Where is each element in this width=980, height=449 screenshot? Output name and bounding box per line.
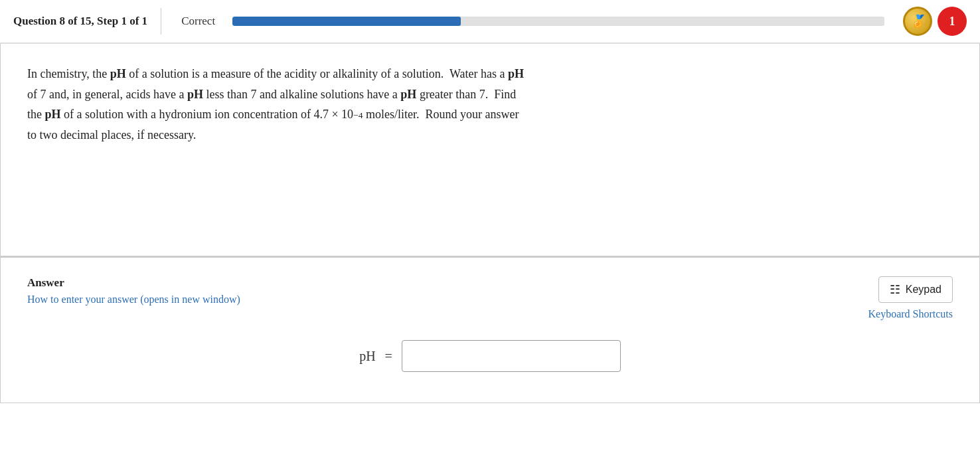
badge-coin: 🏅 bbox=[903, 7, 932, 36]
input-area: pH = bbox=[27, 340, 953, 372]
question-label: Question 8 of 15, Step 1 of 1 bbox=[13, 15, 147, 28]
math-coefficient: 4.7 × 10 bbox=[313, 104, 353, 125]
answer-left: Answer How to enter your answer (opens i… bbox=[27, 276, 240, 306]
answer-input[interactable] bbox=[402, 340, 621, 372]
coin-symbol: 🏅 bbox=[910, 14, 925, 29]
q-text-p2b: less than 7 and alkaline solutions have … bbox=[203, 88, 400, 101]
q-text-p3c: moles/liter. Round your answer bbox=[363, 108, 519, 121]
answer-right: ☷ Keypad Keyboard Shortcuts bbox=[868, 276, 953, 320]
q-text-p1a: In chemistry, the bbox=[27, 67, 110, 80]
question-section: In chemistry, the pH of a solution is a … bbox=[0, 44, 980, 256]
page-wrapper: Question 8 of 15, Step 1 of 1 Correct 🏅 … bbox=[0, 0, 980, 449]
heart-count: 1 bbox=[949, 15, 955, 29]
correct-label: Correct bbox=[175, 15, 222, 28]
q-ph-bold-1: pH bbox=[110, 67, 126, 80]
q-ph-bold-4: pH bbox=[400, 88, 416, 101]
answer-header: Answer How to enter your answer (opens i… bbox=[27, 276, 953, 320]
q-text-p4: to two decimal places, if necessary. bbox=[27, 128, 196, 141]
q-text-p1b: of a solution is a measure of the acidit… bbox=[126, 67, 508, 80]
q-text-p3b: of a solution with a hydronium ion conce… bbox=[61, 108, 314, 121]
equals-sign: = bbox=[385, 349, 392, 364]
header-divider bbox=[161, 8, 161, 35]
q-ph-bold-3: pH bbox=[187, 88, 203, 101]
answer-section: Answer How to enter your answer (opens i… bbox=[0, 257, 980, 403]
how-to-enter-link[interactable]: How to enter your answer (opens in new w… bbox=[27, 294, 240, 306]
math-exponent: −4 bbox=[353, 108, 363, 124]
keypad-label: Keypad bbox=[906, 284, 941, 296]
ph-input-label: pH bbox=[359, 349, 375, 364]
progress-bar-fill bbox=[232, 17, 461, 26]
keypad-icon: ☷ bbox=[890, 282, 900, 297]
q-text-p3a: the bbox=[27, 108, 45, 121]
question-text: In chemistry, the pH of a solution is a … bbox=[27, 64, 943, 145]
q-ph-bold-5: pH bbox=[45, 108, 61, 121]
q-text-p2a: of 7 and, in general, acids have a bbox=[27, 88, 187, 101]
keyboard-shortcuts-link[interactable]: Keyboard Shortcuts bbox=[868, 308, 953, 320]
keypad-button[interactable]: ☷ Keypad bbox=[878, 276, 953, 303]
q-text-p2c: greater than 7. Find bbox=[416, 88, 516, 101]
q-ph-bold-2: pH bbox=[508, 67, 524, 80]
badge-heart: 1 bbox=[938, 7, 967, 36]
header-bar: Question 8 of 15, Step 1 of 1 Correct 🏅 … bbox=[0, 0, 980, 44]
answer-title: Answer bbox=[27, 276, 240, 290]
progress-bar bbox=[232, 17, 884, 26]
math-expression: 4.7 × 10−4 bbox=[313, 104, 363, 125]
